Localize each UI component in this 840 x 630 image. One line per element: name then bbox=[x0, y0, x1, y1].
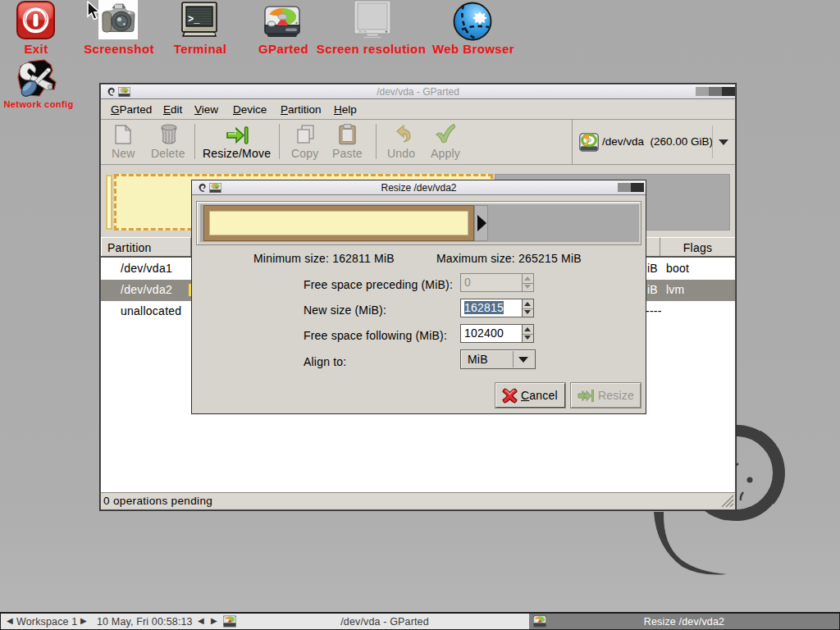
svg-text:>_: >_ bbox=[188, 14, 200, 25]
